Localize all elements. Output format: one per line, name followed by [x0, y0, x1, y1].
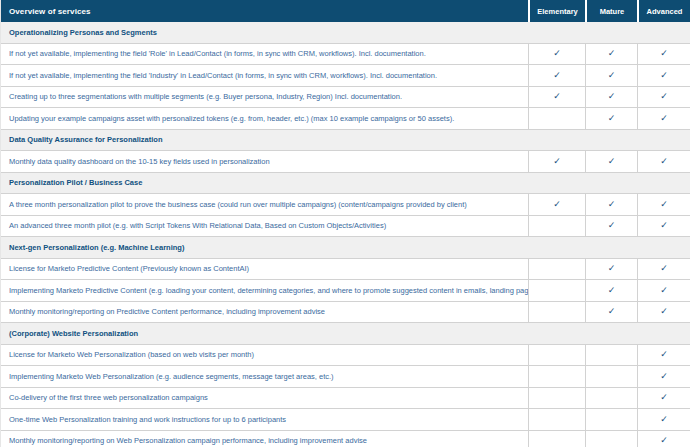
check-cell: ✓	[637, 65, 690, 86]
service-label: License for Marketo Predictive Content (…	[1, 259, 528, 280]
checkmark-icon: ✓	[660, 350, 668, 359]
service-row: Updating your example campaigns asset wi…	[1, 108, 690, 130]
service-row: Monthly data quality dashboard on the 10…	[1, 151, 690, 173]
checkmark-icon: ✓	[660, 393, 668, 402]
check-cell: ✓	[637, 44, 690, 65]
check-cell	[528, 409, 585, 430]
section-header-row: (Corporate) Website Personalization	[1, 323, 690, 345]
check-cell	[585, 345, 637, 366]
checkmark-icon: ✓	[608, 49, 616, 58]
service-row: Co-delivery of the first three web perso…	[1, 388, 690, 410]
check-cell: ✓	[637, 194, 690, 215]
check-cell	[528, 388, 585, 409]
check-cell	[528, 259, 585, 280]
check-cell	[585, 388, 637, 409]
check-cell	[585, 366, 637, 387]
checkmark-icon: ✓	[660, 157, 668, 166]
section-title: Data Quality Assurance for Personalizati…	[9, 135, 163, 144]
check-cell: ✓	[585, 65, 637, 86]
service-label: Updating your example campaigns asset wi…	[1, 108, 528, 129]
service-row: Creating up to three segmentations with …	[1, 87, 690, 109]
column-header-advanced: Advanced	[637, 0, 690, 22]
service-label: Monthly monitoring/reporting on Predicti…	[1, 302, 528, 323]
check-cell: ✓	[528, 151, 585, 172]
check-cell	[585, 431, 637, 447]
service-row: One-time Web Personalization training an…	[1, 409, 690, 431]
check-cell: ✓	[585, 302, 637, 323]
check-cell: ✓	[528, 87, 585, 108]
checkmark-icon: ✓	[660, 415, 668, 424]
check-cell: ✓	[637, 345, 690, 366]
checkmark-icon: ✓	[608, 71, 616, 80]
check-cell	[528, 345, 585, 366]
checkmark-icon: ✓	[660, 114, 668, 123]
table-body: Operationalizing Personas and SegmentsIf…	[1, 22, 690, 447]
checkmark-icon: ✓	[608, 157, 616, 166]
service-row: If not yet available, implementing the f…	[1, 65, 690, 87]
checkmark-icon: ✓	[660, 436, 668, 445]
service-row: Implementing Marketo Web Personalization…	[1, 366, 690, 388]
check-cell: ✓	[528, 65, 585, 86]
section-title: (Corporate) Website Personalization	[9, 329, 138, 338]
checkmark-icon: ✓	[608, 114, 616, 123]
checkmark-icon: ✓	[660, 372, 668, 381]
check-cell: ✓	[637, 302, 690, 323]
check-cell: ✓	[637, 87, 690, 108]
service-label: Monthly data quality dashboard on the 10…	[1, 151, 528, 172]
table-title: Overview of services	[1, 0, 528, 22]
checkmark-icon: ✓	[553, 200, 561, 209]
check-cell: ✓	[637, 108, 690, 129]
table-header-row: Overview of services Elementary Mature A…	[1, 0, 690, 22]
check-cell: ✓	[585, 259, 637, 280]
checkmark-icon: ✓	[553, 49, 561, 58]
check-cell: ✓	[585, 44, 637, 65]
check-cell: ✓	[585, 87, 637, 108]
section-title: Personalization Pilot / Business Case	[9, 178, 142, 187]
section-header-row: Next-gen Personalization (e.g. Machine L…	[1, 237, 690, 259]
service-label: An advanced three month pilot (e.g. with…	[1, 216, 528, 237]
service-row: Implementing Marketo Predictive Content …	[1, 280, 690, 302]
check-cell: ✓	[585, 194, 637, 215]
section-header-row: Operationalizing Personas and Segments	[1, 22, 690, 44]
section-title: Next-gen Personalization (e.g. Machine L…	[9, 243, 184, 252]
check-cell: ✓	[585, 151, 637, 172]
checkmark-icon: ✓	[553, 92, 561, 101]
check-cell: ✓	[637, 280, 690, 301]
check-cell: ✓	[528, 44, 585, 65]
checkmark-icon: ✓	[660, 71, 668, 80]
check-cell: ✓	[637, 409, 690, 430]
checkmark-icon: ✓	[553, 71, 561, 80]
check-cell	[528, 366, 585, 387]
check-cell: ✓	[637, 431, 690, 447]
check-cell	[528, 216, 585, 237]
checkmark-icon: ✓	[608, 221, 616, 230]
check-cell: ✓	[637, 366, 690, 387]
service-row: An advanced three month pilot (e.g. with…	[1, 216, 690, 238]
checkmark-icon: ✓	[660, 221, 668, 230]
checkmark-icon: ✓	[608, 307, 616, 316]
service-row: Monthly monitoring/reporting on Predicti…	[1, 302, 690, 324]
services-overview-table: Overview of services Elementary Mature A…	[0, 0, 690, 447]
section-title: Operationalizing Personas and Segments	[9, 28, 157, 37]
checkmark-icon: ✓	[660, 286, 668, 295]
service-label: One-time Web Personalization training an…	[1, 409, 528, 430]
check-cell	[528, 280, 585, 301]
check-cell: ✓	[528, 194, 585, 215]
service-row: If not yet available, implementing the f…	[1, 44, 690, 66]
check-cell	[528, 431, 585, 447]
checkmark-icon: ✓	[660, 200, 668, 209]
service-label: If not yet available, implementing the f…	[1, 44, 528, 65]
service-label: If not yet available, implementing the f…	[1, 65, 528, 86]
checkmark-icon: ✓	[660, 49, 668, 58]
service-label: Creating up to three segmentations with …	[1, 87, 528, 108]
check-cell: ✓	[637, 388, 690, 409]
check-cell: ✓	[585, 108, 637, 129]
check-cell: ✓	[637, 216, 690, 237]
service-label: Implementing Marketo Web Personalization…	[1, 366, 528, 387]
checkmark-icon: ✓	[660, 307, 668, 316]
service-row: Monthly monitoring/reporting on Web Pers…	[1, 431, 690, 447]
service-label: License for Marketo Web Personalization …	[1, 345, 528, 366]
column-header-elementary: Elementary	[528, 0, 585, 22]
section-header-row: Data Quality Assurance for Personalizati…	[1, 130, 690, 152]
section-header-row: Personalization Pilot / Business Case	[1, 173, 690, 195]
